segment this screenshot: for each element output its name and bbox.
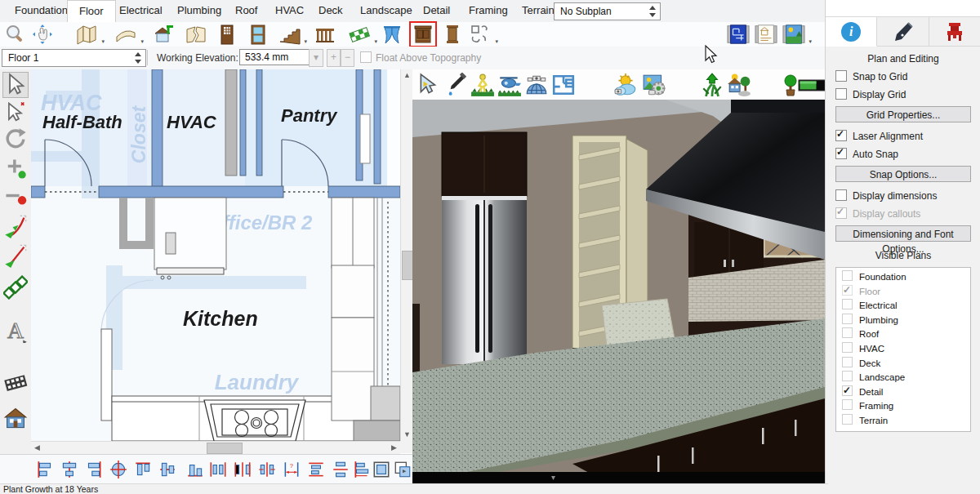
site-view-icon[interactable] [727, 73, 751, 97]
tab-annotation[interactable] [877, 16, 929, 47]
display-dimensions-row[interactable]: Display dimensions [835, 189, 980, 202]
align-top-icon[interactable] [134, 460, 152, 479]
plant-growth-slider[interactable] [798, 73, 826, 97]
eyedropper-icon[interactable] [443, 73, 467, 97]
render-settings-icon[interactable] [642, 73, 666, 97]
zoom-tool-icon[interactable] [3, 24, 26, 45]
increase-v-space-icon[interactable] [332, 460, 350, 479]
plan-checkbox[interactable] [842, 314, 853, 324]
visible-plan-landscape[interactable]: Landscape [836, 371, 970, 385]
center-both-icon[interactable] [109, 460, 127, 479]
break-wall-tool-icon[interactable] [185, 24, 207, 45]
elevation-decrease-button[interactable]: − [341, 49, 354, 67]
wall-tool-icon[interactable] [75, 24, 98, 45]
flyover-helicopter-icon[interactable] [497, 73, 522, 97]
line-edit-tool-icon[interactable] [3, 243, 28, 268]
plan-checkbox[interactable] [842, 385, 853, 396]
space-evenly-h-icon[interactable] [209, 460, 227, 479]
visible-plan-plumbing[interactable]: Plumbing [836, 314, 970, 328]
elevation-dropdown-button[interactable]: ▾ [309, 49, 323, 67]
subplan-select[interactable]: No Subplan [554, 2, 661, 20]
visible-plan-electrical[interactable]: Electrical [836, 299, 970, 314]
visible-plan-hvac[interactable]: HVAC [836, 342, 970, 357]
door-tool-icon[interactable] [216, 24, 238, 45]
visible-plan-floor[interactable]: Floor [836, 285, 970, 300]
display-grid-row[interactable]: Display Grid [835, 88, 980, 100]
plan-checkbox[interactable] [842, 299, 853, 309]
scroll-down-icon[interactable]: ▼ [401, 429, 413, 441]
tab-detail[interactable]: Detail [412, 0, 461, 21]
3d-select-icon[interactable] [416, 73, 441, 97]
visible-plan-foundation[interactable]: Foundation [836, 270, 970, 285]
plan-view-icon[interactable] [727, 24, 750, 45]
auto-snap-checkbox[interactable] [835, 148, 847, 159]
plan-checkbox[interactable] [842, 399, 853, 410]
visible-plan-roof[interactable]: Roof [836, 327, 970, 342]
float-above-topography-checkbox[interactable] [360, 51, 372, 64]
grow-plants-icon[interactable] [700, 73, 724, 97]
decrease-h-space-icon[interactable] [258, 460, 276, 479]
space-evenly-v-icon[interactable] [307, 460, 325, 479]
align-center-icon[interactable] [60, 460, 78, 479]
auto-snap-row[interactable]: Auto Snap [835, 148, 980, 160]
plan-horizontal-scrollbar[interactable]: ◀ ▶ [31, 441, 400, 454]
panorama-dome-icon[interactable] [524, 73, 549, 97]
custom-shapes-tool-icon[interactable] [469, 24, 492, 45]
display-dimensions-checkbox[interactable] [835, 189, 847, 201]
arc-edit-tool-icon[interactable] [3, 214, 28, 238]
plan-checkbox[interactable] [842, 342, 853, 353]
floor-select-spinner-icon[interactable] [134, 52, 141, 64]
horizontal-scroll-thumb[interactable] [207, 443, 243, 454]
home-view-tool-icon[interactable] [3, 406, 28, 430]
stairs-tool-icon[interactable] [278, 24, 301, 45]
direct-select-tool-icon[interactable] [3, 100, 28, 124]
3d-view-icon[interactable] [782, 24, 805, 45]
add-room-tool-icon[interactable] [152, 24, 175, 45]
snap-options-button[interactable]: Snap Options... [835, 166, 971, 182]
scroll-left-icon[interactable]: ◀ [31, 442, 43, 454]
visible-plan-framing[interactable]: Framing [836, 399, 970, 414]
scroll-up-icon[interactable]: ▲ [401, 69, 413, 82]
plan-checkbox[interactable] [842, 285, 853, 296]
fence-tool-icon[interactable] [3, 275, 28, 300]
plan-checkbox[interactable] [842, 414, 853, 425]
tab-deck[interactable]: Deck [307, 0, 354, 21]
deck-tool-icon[interactable] [348, 24, 371, 45]
plan-overlay-icon[interactable] [551, 73, 576, 97]
add-point-tool-icon[interactable] [3, 157, 28, 181]
working-elevation-input[interactable]: 533.4 mm [239, 49, 310, 65]
tab-electrical[interactable]: Electrical [108, 0, 174, 21]
text-tool-icon[interactable]: A [3, 318, 28, 343]
3d-render-view[interactable] [412, 100, 825, 483]
visible-plan-detail[interactable]: Detail [836, 385, 970, 400]
floor-plan-canvas[interactable]: HVAC Closet Office/BR 2 Laundry Half-Bat… [31, 69, 400, 441]
align-to-edge-icon[interactable] [353, 460, 371, 479]
grid-properties-button[interactable]: Grid Properties... [835, 106, 971, 122]
tab-plumbing[interactable]: Plumbing [166, 0, 233, 21]
align-left-icon[interactable] [36, 460, 54, 479]
remove-point-tool-icon[interactable] [3, 186, 28, 211]
vertical-scroll-thumb[interactable] [402, 251, 413, 280]
send-to-back-icon[interactable] [394, 460, 412, 479]
column-tool-icon[interactable] [441, 24, 464, 45]
cabinet-tool-icon[interactable] [412, 24, 434, 45]
subplan-spinner-icon[interactable] [648, 6, 656, 17]
plan-checkbox[interactable] [842, 327, 853, 338]
curtain-tool-icon[interactable] [381, 24, 403, 45]
laser-alignment-row[interactable]: Laser Alignment [835, 130, 980, 142]
walkthrough-tool-icon[interactable] [3, 370, 28, 394]
tab-furniture[interactable] [929, 16, 980, 47]
bring-to-front-icon[interactable] [372, 460, 390, 479]
increase-h-space-icon[interactable] [234, 460, 252, 479]
align-middle-icon[interactable] [158, 460, 176, 479]
floor-select[interactable]: Floor 1 [2, 49, 146, 67]
window-tool-icon[interactable] [247, 24, 270, 45]
rotate-tool-icon[interactable] [3, 127, 28, 151]
select-tool-icon[interactable] [2, 72, 29, 98]
scroll-right-icon[interactable]: ▶ [388, 442, 400, 454]
plan-checkbox[interactable] [842, 357, 853, 367]
dimensioning-font-options-button[interactable]: Dimensioning and Font Options... [835, 225, 971, 242]
elevation-view-icon[interactable] [755, 24, 777, 45]
environment-weather-icon[interactable] [613, 73, 638, 97]
custom-h-space-icon[interactable]: ? [283, 460, 301, 479]
